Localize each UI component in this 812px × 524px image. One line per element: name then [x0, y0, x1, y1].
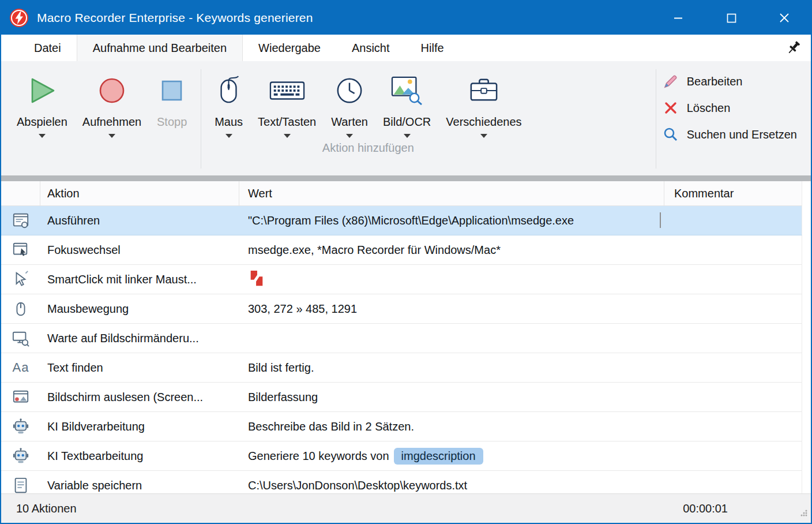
value-text: Bilderfassung: [248, 391, 318, 404]
action-cell: Text finden: [40, 361, 239, 375]
edit-group: Bearbeiten Löschen Suchen und Ersetzen: [662, 65, 797, 175]
stop-label: Stopp: [157, 114, 187, 129]
ribbon-separator: [201, 69, 201, 169]
run-program-icon: [1, 212, 40, 229]
image-ocr-dropdown-arrow[interactable]: [404, 134, 411, 138]
maximize-button[interactable]: [705, 1, 758, 35]
menu-tab-bar: Datei Aufnahme und Bearbeiten Wiedergabe…: [1, 35, 811, 61]
add-action-group-label: Aktion hinzufügen: [207, 141, 529, 155]
tab-datei[interactable]: Datei: [18, 35, 77, 61]
table-row-fokuswechsel[interactable]: Fokuswechsel msedge.exe, *Macro Recorder…: [1, 235, 802, 265]
tab-wiedergabe[interactable]: Wiedergabe: [243, 35, 336, 61]
delete-button[interactable]: Löschen: [662, 101, 797, 115]
tab-label: Datei: [34, 42, 61, 55]
ai-robot-icon: [1, 447, 40, 465]
wait-dropdown-arrow[interactable]: [346, 134, 353, 138]
table-row-smartclick[interactable]: SmartClick mit linker Maust...: [1, 265, 802, 294]
minimize-button[interactable]: [652, 1, 705, 35]
value-cell: Bilderfassung: [239, 391, 664, 404]
status-actions-count: 10 Aktionen: [16, 502, 77, 515]
table-header: Aktion Wert Kommentar: [1, 181, 802, 206]
ribbon-table-divider: [1, 175, 811, 181]
value-text: Bild ist fertig.: [248, 361, 314, 375]
mouse-action-button[interactable]: Maus: [207, 65, 250, 138]
column-header-aktion[interactable]: Aktion: [40, 181, 239, 205]
action-cell: Mausbewegung: [40, 302, 239, 316]
mouse-move-icon: [1, 300, 40, 317]
toolbox-icon: [467, 67, 501, 114]
wait-action-button[interactable]: Warten: [324, 65, 375, 138]
column-header-kommentar[interactable]: Kommentar: [664, 181, 802, 205]
text-keys-dropdown-arrow[interactable]: [284, 134, 291, 138]
column-header-icon[interactable]: [1, 181, 40, 205]
playback-group: Abspielen Aufnehmen Stopp: [9, 65, 195, 175]
maximize-icon: [727, 13, 736, 23]
pencil-icon: [662, 74, 679, 89]
value-cell: [239, 270, 664, 290]
table-row-variable-speichern[interactable]: Variable speichern C:\Users\JonDonson\De…: [1, 471, 802, 493]
table-row-ausfuehren[interactable]: Ausführen "C:\Program Files (x86)\Micros…: [1, 206, 802, 235]
text-keys-action-button[interactable]: Text/Tasten: [250, 65, 324, 138]
record-button[interactable]: Aufnehmen: [75, 65, 149, 138]
mouse-dropdown-arrow[interactable]: [225, 134, 232, 138]
misc-action-button[interactable]: Verschiedenes: [438, 65, 529, 138]
image-ocr-action-button[interactable]: Bild/OCR: [375, 65, 438, 138]
screen-capture-icon: [1, 388, 40, 406]
delete-x-icon: [662, 101, 679, 115]
tab-ansicht[interactable]: Ansicht: [336, 35, 405, 61]
misc-dropdown-arrow[interactable]: [480, 134, 487, 138]
value-cell: 303, 272 » 485, 1291: [239, 302, 664, 316]
resize-grip[interactable]: [799, 507, 808, 520]
value-cell: Bild ist fertig.: [239, 361, 664, 375]
table-row-mausbewegung[interactable]: Mausbewegung 303, 272 » 485, 1291: [1, 294, 802, 324]
status-duration: 00:00:01: [683, 502, 728, 515]
mouse-icon: [216, 67, 242, 114]
search-icon: [662, 127, 679, 142]
keyboard-icon: [269, 67, 305, 114]
status-bar: 10 Aktionen 00:00:01: [1, 493, 811, 523]
value-text: msedge.exe, *Macro Recorder für Windows/…: [248, 244, 501, 257]
ribbon-toolbar: Abspielen Aufnehmen Stopp: [1, 61, 811, 175]
tab-label: Ansicht: [352, 42, 390, 55]
text-keys-label: Text/Tasten: [258, 114, 316, 129]
table-row-bildschirm-auslesen[interactable]: Bildschirm auslesen (Screen... Bilderfas…: [1, 383, 802, 412]
tab-label: Hilfe: [421, 42, 444, 55]
action-cell: Fokuswechsel: [40, 244, 239, 257]
column-header-wert[interactable]: Wert: [239, 181, 664, 205]
tab-hilfe[interactable]: Hilfe: [405, 35, 460, 61]
tab-label: Aufnahme und Bearbeiten: [93, 42, 227, 55]
play-dropdown-arrow[interactable]: [39, 134, 46, 138]
action-cell: KI Textbearbeitung: [40, 450, 239, 463]
action-cell: Ausführen: [40, 214, 239, 227]
close-icon: [779, 13, 790, 23]
value-cell: C:\Users\JonDonson\Desktop\keywords.txt: [239, 479, 664, 492]
table-row-ki-textbearbeitung[interactable]: KI Textbearbeitung Generiere 10 keywords…: [1, 441, 802, 471]
edit-button[interactable]: Bearbeiten: [662, 74, 797, 89]
play-button[interactable]: Abspielen: [9, 65, 75, 138]
value-text: Beschreibe das Bild in 2 Sätzen.: [248, 420, 414, 433]
table-row-text-finden[interactable]: Aa Text finden Bild ist fertig.: [1, 353, 802, 383]
record-dropdown-arrow[interactable]: [108, 134, 115, 138]
value-cell: "C:\Program Files (x86)\Microsoft\Edge\A…: [239, 214, 664, 227]
value-cell: Beschreibe das Bild in 2 Sätzen.: [239, 420, 664, 433]
mouse-label: Maus: [215, 114, 243, 129]
table-row-ki-bildverarbeitung[interactable]: KI Bildverarbeitung Beschreibe das Bild …: [1, 412, 802, 441]
stop-icon: [156, 67, 187, 114]
save-variable-icon: [1, 477, 40, 493]
tab-aufnahme-und-bearbeiten[interactable]: Aufnahme und Bearbeiten: [77, 35, 243, 61]
misc-label: Verschiedenes: [446, 114, 521, 129]
table-row-warte-auf-bildschirmaenderung[interactable]: Warte auf Bildschirmänderu...: [1, 324, 802, 353]
pin-ribbon-icon[interactable]: [785, 40, 802, 56]
value-text: Generiere 10 keywords von: [248, 450, 389, 463]
window-title: Macro Recorder Enterprise - Keywords gen…: [37, 11, 313, 25]
screen-change-wait-icon: [1, 330, 40, 347]
titlebar: Macro Recorder Enterprise - Keywords gen…: [1, 1, 811, 35]
close-button[interactable]: [758, 1, 811, 35]
smartclick-cursor-icon: [1, 271, 40, 288]
macro-recorder-logo-icon: [248, 270, 265, 290]
record-label: Aufnehmen: [82, 114, 141, 129]
tab-label: Wiedergabe: [258, 42, 321, 55]
image-ocr-icon: [391, 67, 423, 114]
search-replace-button[interactable]: Suchen und Ersetzen: [662, 127, 797, 142]
variable-badge[interactable]: imgdescription: [394, 448, 483, 465]
